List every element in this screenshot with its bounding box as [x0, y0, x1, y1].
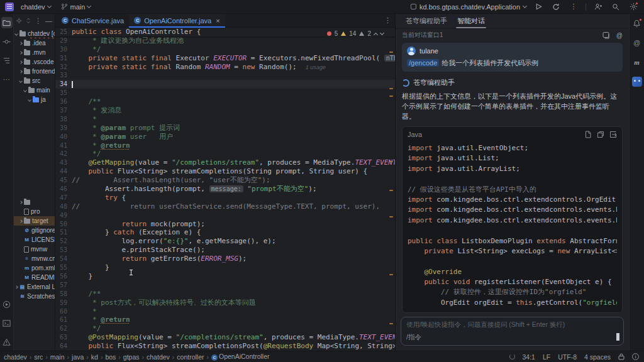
line-number[interactable]: 39 [55, 124, 72, 133]
tab-chatservice[interactable]: C ChatService.java [57, 14, 129, 27]
code-line[interactable]: 33 [55, 71, 395, 80]
code-line[interactable]: 53 e.printStackTrace(); [55, 246, 395, 255]
breadcrumb-item[interactable]: bos [105, 353, 116, 361]
chat-input[interactable]: 使用/唤起快捷指令，问题直接提问 (Shift + Enter 换行) /指令 [401, 317, 624, 346]
ai-assistant-toolwindow-button[interactable]: @ [631, 37, 643, 48]
line-number[interactable]: 38 [55, 115, 72, 124]
tree-item[interactable] [14, 197, 55, 207]
tab-coding-assistant[interactable]: 苍穹编程助手 [402, 14, 451, 28]
new-file-icon[interactable] [584, 131, 592, 138]
lock-icon[interactable] [618, 353, 625, 360]
scrollbar-error-stripe[interactable] [389, 28, 394, 351]
search-everywhere-button[interactable] [610, 1, 621, 13]
tree-item-gitignore[interactable]: ⊘gitignore [14, 226, 55, 235]
tree-chevron-icon[interactable] [19, 219, 23, 223]
breadcrumb-item[interactable]: chatdev [147, 353, 170, 361]
collapse-all-icon[interactable] [26, 17, 31, 25]
tree-chevron-icon[interactable] [19, 79, 23, 83]
line-number[interactable]: 33 [55, 71, 72, 80]
settings-button[interactable] [628, 1, 639, 13]
file-encoding[interactable]: UTF-8 [558, 353, 577, 361]
terminal-toolwindow-button[interactable] [1, 317, 13, 329]
code-line[interactable]: 37 * 发消息 [55, 106, 395, 115]
code-line[interactable]: 45// Assert.hasLength(user, "user不能为空"); [55, 176, 395, 185]
info-icon[interactable]: i [632, 353, 639, 360]
code-line[interactable]: 63 @PostMapping(value = "/completions/st… [55, 333, 395, 342]
line-number[interactable]: 35 [55, 89, 72, 97]
code-line[interactable]: 43 @GetMapping(value = "/completions/str… [55, 158, 395, 167]
code-line[interactable]: 50 return mock(prompt); [55, 220, 395, 229]
line-number[interactable]: 58 [55, 290, 72, 299]
line-number[interactable]: 56 [55, 272, 72, 281]
tree-item-target[interactable]: target [14, 216, 55, 226]
code-line[interactable]: 39 * @param prompt 提示词 [55, 124, 395, 133]
line-number[interactable]: 52 [55, 237, 72, 246]
close-tab-icon[interactable]: × [216, 17, 219, 25]
code-line[interactable]: 57 [55, 281, 395, 290]
tree-item-mvnw-cmd[interactable]: ≡mvnw.cmd [14, 254, 55, 263]
notifications-button[interactable] [631, 18, 643, 29]
line-separator[interactable]: LF [543, 353, 550, 361]
code-block-body[interactable]: import java.util.EventObject;import java… [402, 142, 622, 312]
code-line[interactable]: 46 Assert.hasLength(prompt, message: "pr… [55, 185, 395, 194]
line-number[interactable]: 47 [55, 194, 72, 202]
code-line[interactable]: 52 log.error("e:{}", e.getMessage(), e); [55, 237, 395, 246]
tree-chevron-icon[interactable] [19, 200, 23, 204]
breadcrumb-item[interactable]: src [34, 353, 43, 361]
line-number[interactable]: 53 [55, 246, 72, 255]
code-with-me-button[interactable] [592, 1, 604, 13]
line-number[interactable]: 54 [55, 255, 72, 263]
code-line[interactable]: 64 public Flux<String> streamCompletions… [55, 342, 395, 351]
breadcrumb-item[interactable]: gtpas [123, 353, 140, 361]
assistant-at-icon[interactable]: @ [616, 32, 623, 39]
project-toolwindow-button[interactable] [1, 17, 13, 28]
code-line[interactable]: 42 */ [55, 150, 395, 158]
code-line[interactable]: 61 * @return [55, 315, 395, 324]
line-number[interactable]: 62 [55, 324, 72, 333]
more-actions-button[interactable]: ⋮ [568, 1, 579, 13]
tab-openaicontroller[interactable]: C OpenAiController.java × [129, 14, 225, 27]
code-line[interactable]: 40 * @param user 用户 [55, 133, 395, 141]
tree-item-pro[interactable]: pro [14, 207, 55, 216]
breadcrumb-item[interactable]: controller [177, 353, 204, 361]
code-line[interactable]: 36 /** [55, 97, 395, 106]
rerun-button[interactable] [550, 1, 562, 13]
run-button[interactable] [533, 1, 544, 13]
breadcrumb-item[interactable]: COpenAiController [211, 353, 270, 361]
code-line[interactable]: 51 } catch (Exception e) { [55, 228, 395, 237]
tree-item-frontend[interactable]: frontend [14, 67, 55, 76]
conversation-area[interactable]: tulane /gencode给我一个列表插件开发代码示例 苍穹编程助手 根据提… [396, 41, 629, 313]
code-line[interactable]: 34 [55, 80, 395, 89]
line-number[interactable]: 45 [55, 176, 72, 185]
line-number[interactable]: 50 [55, 220, 72, 229]
code-line[interactable]: 59 * post方式，可以解决特殊符号、过长的文本等问题 [55, 299, 395, 307]
caret-position[interactable]: 34:1 [523, 353, 535, 361]
line-number[interactable]: 37 [55, 106, 72, 115]
tree-chevron-icon[interactable] [28, 98, 31, 102]
insert-code-icon[interactable] [609, 131, 617, 138]
code-line[interactable]: 38 * [55, 115, 395, 124]
line-number[interactable]: 57 [55, 281, 72, 290]
tree-chevron-icon[interactable] [19, 41, 23, 45]
line-number[interactable]: 36 [55, 97, 72, 106]
breadcrumb-item[interactable]: main [50, 353, 65, 361]
tree-chevron-icon[interactable] [23, 89, 27, 92]
hide-panel-button[interactable]: — [45, 17, 52, 25]
tree-item-pom-xml[interactable]: mpom.xml [14, 263, 55, 273]
tree-chevron-icon[interactable] [14, 32, 18, 36]
line-number[interactable]: 49 [55, 211, 72, 220]
tree-item--mvn[interactable]: .mvn [14, 48, 55, 57]
line-number[interactable]: 63 [55, 333, 72, 342]
code-line[interactable]: 56 } [55, 272, 395, 281]
code-line[interactable]: 44 public Flux<String> streamCompletions… [55, 167, 395, 176]
code-line[interactable]: 30 */ [55, 45, 395, 54]
breadcrumb-item[interactable]: java [72, 353, 84, 361]
tree-item-main[interactable]: main [14, 85, 55, 95]
line-number[interactable]: 51 [55, 228, 72, 237]
maven-toolwindow-button[interactable]: m [631, 57, 643, 68]
new-chat-icon[interactable] [602, 31, 610, 39]
tree-item-license[interactable]: MLICENSE [14, 235, 55, 244]
line-number[interactable]: 44 [55, 167, 72, 176]
line-number[interactable]: 29 [55, 36, 72, 45]
code-line[interactable]: 48// return userChatService.send(Message… [55, 202, 395, 211]
